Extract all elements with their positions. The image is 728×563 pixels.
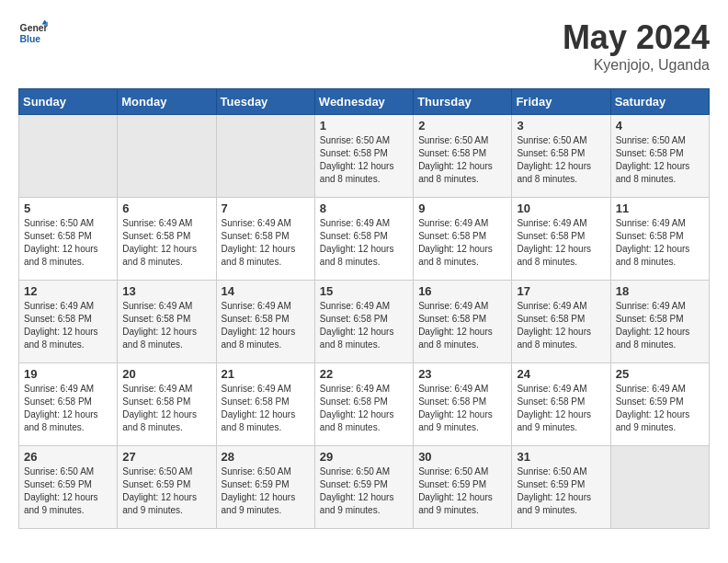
sunrise-text: Sunrise: 6:49 AM [320,301,390,311]
daylight-text: Daylight: 12 hours and 8 minutes. [222,327,296,350]
calendar-cell: 12 Sunrise: 6:49 AM Sunset: 6:58 PM Dayl… [19,281,118,363]
calendar-cell: 6 Sunrise: 6:49 AM Sunset: 6:58 PM Dayli… [118,198,216,281]
location: Kyenjojo, Uganda [563,57,710,74]
calendar-cell: 4 Sunrise: 6:50 AM Sunset: 6:58 PM Dayli… [610,115,709,198]
sunset-text: Sunset: 6:59 PM [122,479,190,489]
daylight-text: Daylight: 12 hours and 8 minutes. [122,409,197,432]
sunrise-text: Sunrise: 6:50 AM [24,466,94,477]
day-info: Sunrise: 6:50 AM Sunset: 6:58 PM Dayligh… [320,134,408,186]
daylight-text: Daylight: 12 hours and 8 minutes. [24,327,98,350]
day-info: Sunrise: 6:50 AM Sunset: 6:58 PM Dayligh… [616,134,704,186]
daylight-text: Daylight: 12 hours and 8 minutes. [418,161,493,184]
day-number: 22 [320,367,408,381]
day-header-monday: Monday [118,89,216,115]
calendar-cell: 10 Sunrise: 6:49 AM Sunset: 6:58 PM Dayl… [512,198,610,281]
sunrise-text: Sunrise: 6:49 AM [122,218,192,228]
day-info: Sunrise: 6:50 AM Sunset: 6:59 PM Dayligh… [222,465,310,517]
day-info: Sunrise: 6:49 AM Sunset: 6:58 PM Dayligh… [320,217,408,269]
sunrise-text: Sunrise: 6:49 AM [616,384,686,394]
day-number: 26 [24,450,112,464]
day-header-tuesday: Tuesday [216,89,314,115]
sunrise-text: Sunrise: 6:49 AM [418,218,488,228]
day-info: Sunrise: 6:49 AM Sunset: 6:58 PM Dayligh… [418,217,506,269]
daylight-text: Daylight: 12 hours and 8 minutes. [616,161,690,184]
calendar-week-3: 12 Sunrise: 6:49 AM Sunset: 6:58 PM Dayl… [19,281,710,363]
sunrise-text: Sunrise: 6:49 AM [320,218,390,228]
svg-text:Blue: Blue [20,34,41,44]
day-info: Sunrise: 6:50 AM Sunset: 6:58 PM Dayligh… [24,217,112,269]
day-number: 4 [616,119,704,132]
calendar-cell: 13 Sunrise: 6:49 AM Sunset: 6:58 PM Dayl… [118,281,216,363]
calendar-cell: 2 Sunrise: 6:50 AM Sunset: 6:58 PM Dayli… [414,115,512,198]
daylight-text: Daylight: 12 hours and 8 minutes. [24,409,98,432]
calendar-cell: 14 Sunrise: 6:49 AM Sunset: 6:58 PM Dayl… [216,281,314,363]
day-number: 25 [616,367,704,381]
sunset-text: Sunset: 6:58 PM [418,396,486,407]
sunrise-text: Sunrise: 6:49 AM [517,301,586,311]
daylight-text: Daylight: 12 hours and 8 minutes. [320,244,394,267]
calendar-cell: 7 Sunrise: 6:49 AM Sunset: 6:58 PM Dayli… [216,198,314,281]
calendar-body: 1 Sunrise: 6:50 AM Sunset: 6:58 PM Dayli… [19,115,710,529]
calendar-cell [19,115,118,198]
calendar-week-2: 5 Sunrise: 6:50 AM Sunset: 6:58 PM Dayli… [19,198,710,281]
daylight-text: Daylight: 12 hours and 8 minutes. [517,161,591,184]
daylight-text: Daylight: 12 hours and 8 minutes. [222,409,296,432]
calendar-cell: 29 Sunrise: 6:50 AM Sunset: 6:59 PM Dayl… [314,446,413,529]
sunrise-text: Sunrise: 6:50 AM [122,466,192,477]
sunrise-text: Sunrise: 6:49 AM [222,301,291,311]
day-info: Sunrise: 6:49 AM Sunset: 6:58 PM Dayligh… [616,217,704,269]
day-info: Sunrise: 6:49 AM Sunset: 6:58 PM Dayligh… [517,383,605,434]
daylight-text: Daylight: 12 hours and 8 minutes. [517,327,591,350]
daylight-text: Daylight: 12 hours and 8 minutes. [418,327,493,350]
page-header: General Blue May 2024 Kyenjojo, Uganda [18,18,710,74]
sunrise-text: Sunrise: 6:49 AM [122,384,192,394]
title-block: May 2024 Kyenjojo, Uganda [563,18,710,74]
day-number: 13 [122,284,210,298]
daylight-text: Daylight: 12 hours and 9 minutes. [320,492,394,515]
sunrise-text: Sunrise: 6:50 AM [320,466,390,477]
sunrise-text: Sunrise: 6:49 AM [418,384,488,394]
day-info: Sunrise: 6:49 AM Sunset: 6:58 PM Dayligh… [616,300,704,351]
sunset-text: Sunset: 6:58 PM [320,396,388,407]
day-info: Sunrise: 6:50 AM Sunset: 6:58 PM Dayligh… [517,134,605,186]
day-info: Sunrise: 6:49 AM Sunset: 6:58 PM Dayligh… [122,217,210,269]
calendar-cell [216,115,314,198]
sunrise-text: Sunrise: 6:49 AM [616,301,686,311]
sunrise-text: Sunrise: 6:49 AM [320,384,390,394]
day-number: 23 [418,367,506,381]
sunset-text: Sunset: 6:58 PM [320,314,388,324]
daylight-text: Daylight: 12 hours and 9 minutes. [24,492,98,515]
day-number: 1 [320,119,408,132]
day-info: Sunrise: 6:49 AM Sunset: 6:59 PM Dayligh… [616,383,704,434]
sunset-text: Sunset: 6:58 PM [24,231,92,241]
sunset-text: Sunset: 6:58 PM [616,314,684,324]
calendar-cell: 11 Sunrise: 6:49 AM Sunset: 6:58 PM Dayl… [610,198,709,281]
day-number: 7 [222,201,310,215]
calendar-cell: 17 Sunrise: 6:49 AM Sunset: 6:58 PM Dayl… [512,281,610,363]
day-info: Sunrise: 6:49 AM Sunset: 6:58 PM Dayligh… [222,300,310,351]
sunset-text: Sunset: 6:58 PM [616,231,684,241]
day-info: Sunrise: 6:49 AM Sunset: 6:58 PM Dayligh… [122,383,210,434]
day-info: Sunrise: 6:49 AM Sunset: 6:58 PM Dayligh… [222,217,310,269]
day-info: Sunrise: 6:50 AM Sunset: 6:59 PM Dayligh… [418,465,506,517]
sunset-text: Sunset: 6:58 PM [222,314,290,324]
calendar-cell: 19 Sunrise: 6:49 AM Sunset: 6:58 PM Dayl… [19,363,118,446]
daylight-text: Daylight: 12 hours and 9 minutes. [222,492,296,515]
sunrise-text: Sunrise: 6:49 AM [222,218,291,228]
logo: General Blue [18,18,48,48]
sunrise-text: Sunrise: 6:50 AM [616,135,686,145]
sunrise-text: Sunrise: 6:50 AM [24,218,94,228]
calendar-cell: 28 Sunrise: 6:50 AM Sunset: 6:59 PM Dayl… [216,446,314,529]
day-number: 6 [122,201,210,215]
sunset-text: Sunset: 6:59 PM [320,479,388,489]
calendar-cell [118,115,216,198]
day-number: 12 [24,284,112,298]
day-number: 10 [517,201,605,215]
calendar-cell: 25 Sunrise: 6:49 AM Sunset: 6:59 PM Dayl… [610,363,709,446]
day-number: 8 [320,201,408,215]
day-number: 5 [24,201,112,215]
month-title: May 2024 [563,18,710,57]
daylight-text: Daylight: 12 hours and 8 minutes. [122,244,197,267]
day-number: 28 [222,450,310,464]
sunset-text: Sunset: 6:58 PM [418,314,486,324]
